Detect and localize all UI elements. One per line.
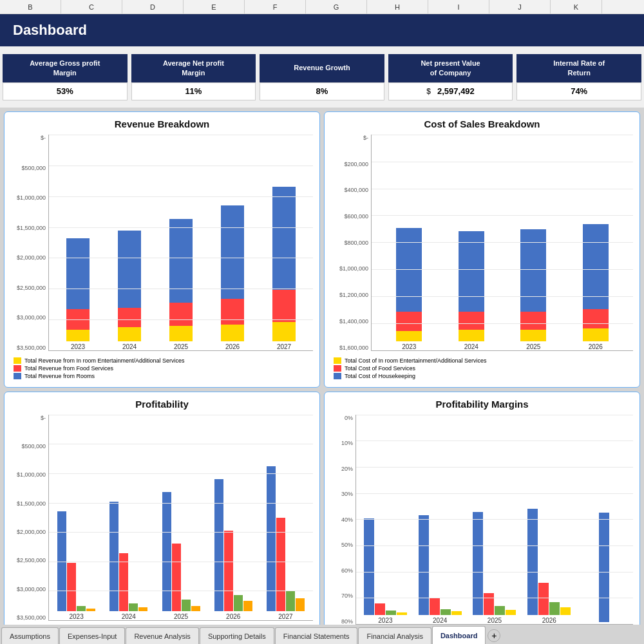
profitability-margins-panel: Profitability Margins 80% 70% 60% 50% 40… [324, 392, 640, 632]
cost-bar-2026: 2026 [569, 135, 623, 350]
y-label: 60% [341, 567, 353, 574]
cost-bar-2024: 2024 [444, 135, 499, 350]
col-b: B [0, 0, 61, 14]
legend-color [334, 373, 341, 379]
col-k: K [551, 0, 602, 14]
y-label: $600,000 [344, 213, 368, 220]
legend-label: Total Cost of Housekeeping [345, 373, 415, 379]
revenue-breakdown-panel: Revenue Breakdown $3,500,000 $3,000,000 … [4, 111, 320, 388]
cost-legend: Total Cost of In room Entertainment/Addi… [331, 357, 633, 381]
tab-financial-statements[interactable]: Financial Statements [275, 627, 358, 644]
tab-dashboard[interactable]: Dashboard [432, 626, 486, 644]
legend-item-yellow: Total Revenue from In room Entertainment… [14, 357, 313, 364]
y-label: $1,400,000 [339, 318, 368, 325]
x-label: 2027 [278, 613, 292, 620]
legend-color-yellow [14, 357, 21, 364]
kpi-revenue-growth: Revenue Growth 8% [260, 52, 384, 102]
legend-color [334, 357, 341, 364]
profitability-margins-title: Profitability Margins [331, 399, 633, 410]
kpi-npv-dollar: $ [426, 87, 431, 96]
legend-label: Total Cost of In room Entertainment/Addi… [345, 357, 487, 364]
x-label-2026: 2026 [225, 343, 240, 350]
x-label-2025: 2025 [174, 343, 188, 350]
kpi-npv: Net present Valueof Company $ 2,597,492 [388, 52, 513, 102]
x-label: 2025 [526, 343, 540, 350]
col-c: C [61, 0, 122, 14]
x-label: 2026 [226, 613, 240, 620]
x-label-2023: 2023 [71, 343, 85, 350]
add-sheet-button[interactable]: + [488, 629, 500, 642]
legend-color-red [14, 365, 21, 372]
y-label: 40% [341, 516, 353, 523]
kpi-npv-number: 2,597,492 [437, 86, 475, 96]
y-label: $1,200,000 [339, 292, 368, 298]
kpi-row: Average Gross profitMargin 53% Average N… [0, 46, 644, 108]
x-label: 2026 [589, 343, 603, 350]
legend-item-yellow-cost: Total Cost of In room Entertainment/Addi… [334, 357, 633, 364]
tabs-bar: Assumptions Expenses-Input Revenue Analy… [0, 625, 644, 644]
margin-bar-2027-partial [580, 415, 628, 625]
dashboard-title: Dashboard [13, 22, 87, 39]
margin-bar-2023: 2023 [361, 415, 410, 625]
legend-item-blue: Total Revenue from Rooms [14, 373, 313, 379]
y-label: $2,000,000 [17, 529, 46, 535]
profitability-title: Profitability [11, 399, 313, 410]
col-e: E [184, 0, 245, 14]
tab-supporting-details[interactable]: Supporting Details [200, 627, 274, 644]
y-label: $1,000,000 [17, 194, 46, 201]
kpi-npv-value: $ 2,597,492 [388, 82, 513, 100]
bar-group-2026: 2026 [209, 135, 256, 350]
legend-label-blue: Total Revenue from Rooms [24, 373, 95, 379]
y-label: $1,000,000 [339, 265, 368, 272]
tab-revenue-analysis[interactable]: Revenue Analysis [126, 627, 198, 644]
margins-y-axis: 80% 70% 60% 50% 40% 30% 20% 10% 0% [331, 415, 355, 625]
x-label: 2025 [488, 617, 502, 624]
prof-bar-2027: 2027 [261, 415, 310, 621]
legend-label-red: Total Revenue from Food Services [24, 365, 113, 372]
y-label: $1,000,000 [17, 471, 46, 478]
bar-group-2025: 2025 [157, 135, 205, 350]
x-label: 2024 [464, 343, 478, 350]
legend-label-yellow: Total Revenue from In room Entertainment… [24, 357, 185, 364]
kpi-npv-title: Net present Valueof Company [388, 54, 513, 82]
y-label: 0% [345, 415, 353, 421]
y-label: $3,000,000 [17, 314, 46, 321]
cost-bar-2025: 2025 [506, 135, 561, 350]
y-label: 30% [341, 491, 353, 497]
x-label-2024: 2024 [122, 343, 137, 350]
bar-group-2023: 2023 [54, 135, 102, 350]
tab-expenses-input[interactable]: Expenses-Input [59, 627, 125, 644]
prof-bar-2023: 2023 [52, 415, 101, 621]
revenue-y-axis: $3,500,000 $3,000,000 $2,500,000 $2,000,… [11, 135, 48, 351]
kpi-avg-net-value: 11% [131, 82, 256, 100]
y-label: $2,500,000 [17, 285, 46, 291]
x-label-2027: 2027 [277, 343, 291, 350]
revenue-breakdown-body: $3,500,000 $3,000,000 $2,500,000 $2,000,… [11, 135, 313, 381]
tab-assumptions[interactable]: Assumptions [1, 627, 59, 644]
y-label: $3,500,000 [17, 614, 46, 621]
cost-of-sales-body: $1,600,000 $1,400,000 $1,200,000 $1,000,… [331, 135, 633, 381]
y-label: $3,500,000 [17, 345, 46, 351]
col-h: H [367, 0, 428, 14]
kpi-irr-value: 74% [516, 82, 641, 100]
kpi-revenue-growth-title: Revenue Growth [260, 54, 384, 82]
margin-bar-2024: 2024 [416, 415, 464, 625]
tab-financial-analysis[interactable]: Financial Analysis [358, 627, 431, 644]
margin-bar-2025: 2025 [471, 415, 519, 625]
kpi-avg-gross-value: 53% [3, 82, 128, 100]
y-label: $2,500,000 [17, 557, 46, 564]
prof-bar-2025: 2025 [156, 415, 205, 621]
col-i: I [428, 0, 489, 14]
y-label: $1,500,000 [17, 225, 46, 231]
legend-color [334, 365, 341, 372]
kpi-avg-net: Average Net profitMargin 11% [131, 52, 256, 102]
prof-bar-2026: 2026 [209, 415, 258, 621]
kpi-avg-gross: Average Gross profitMargin 53% [3, 52, 128, 102]
y-label: 50% [341, 542, 353, 548]
bar-group-2024: 2024 [106, 135, 153, 350]
margin-bar-2026: 2026 [525, 415, 573, 625]
revenue-legend: Total Revenue from In room Entertainment… [11, 357, 313, 381]
y-label: 80% [341, 618, 353, 625]
y-label: $1,600,000 [339, 345, 368, 351]
cost-bar-2023: 2023 [382, 135, 437, 350]
